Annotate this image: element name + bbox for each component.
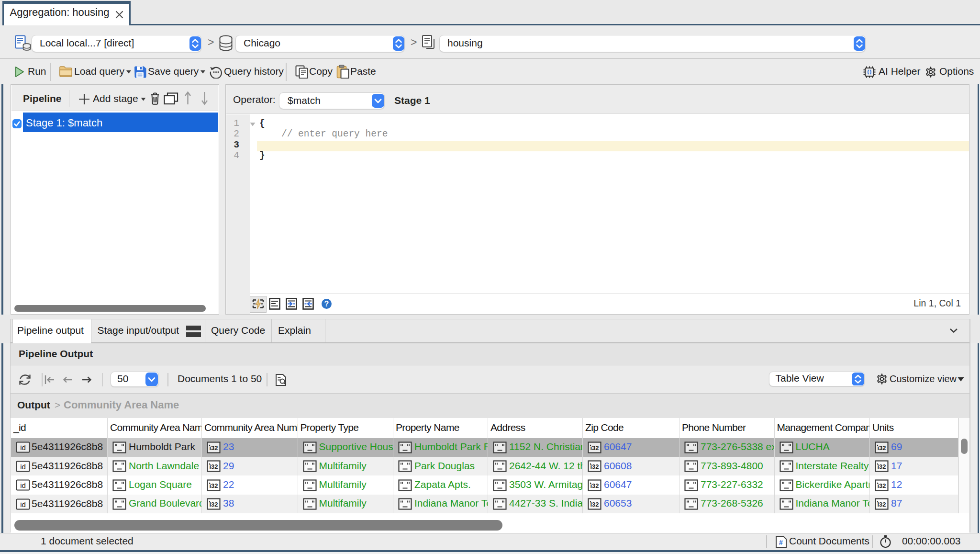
svg-text:i32: i32 — [590, 463, 599, 470]
svg-text:id: id — [20, 443, 26, 452]
svg-text:id: id — [20, 500, 26, 508]
svg-text:i32: i32 — [209, 482, 218, 489]
svg-text:i32: i32 — [209, 501, 218, 508]
svg-text:i32: i32 — [209, 463, 218, 470]
svg-text:id: id — [20, 481, 26, 489]
svg-text:i32: i32 — [877, 444, 886, 451]
svg-text:i32: i32 — [590, 482, 599, 489]
svg-text:i32: i32 — [877, 482, 886, 489]
svg-text:i32: i32 — [877, 463, 886, 470]
svg-text:i32: i32 — [590, 444, 599, 451]
svg-text:i32: i32 — [590, 501, 599, 508]
svg-text:#: # — [779, 539, 783, 546]
svg-text:i32: i32 — [877, 501, 886, 508]
svg-text:id: id — [20, 462, 26, 470]
svg-text:i32: i32 — [209, 444, 218, 451]
